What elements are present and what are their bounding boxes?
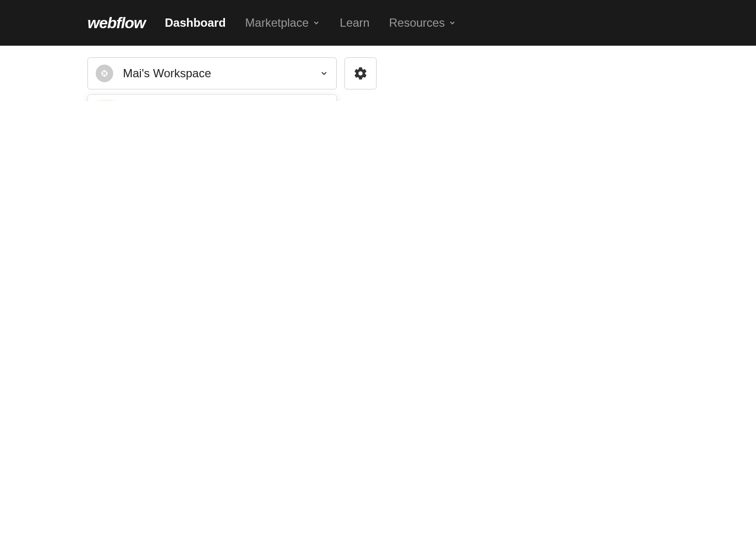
nav-label: Dashboard xyxy=(165,16,225,30)
nav-learn[interactable]: Learn xyxy=(340,16,369,30)
workspace-name: Mai's Workspace xyxy=(123,67,320,80)
chevron-down-icon xyxy=(320,69,328,78)
nav-resources[interactable]: Resources xyxy=(389,16,457,30)
nav-dashboard[interactable]: Dashboard xyxy=(165,16,225,30)
workspace-row: Mai's Workspace xyxy=(87,57,669,89)
workspace-dropdown: Mai's Workspace Create Workspace Manage … xyxy=(87,94,337,101)
nav-label: Learn xyxy=(340,16,369,30)
content-area: ce Mai's Workspace M xyxy=(0,46,756,101)
nav-marketplace[interactable]: Marketplace xyxy=(245,16,321,30)
workspace-selector[interactable]: Mai's Workspace xyxy=(87,57,337,89)
settings-button[interactable] xyxy=(344,57,377,89)
logo[interactable]: webflow xyxy=(87,14,145,32)
nav-label: Marketplace xyxy=(245,16,309,30)
nav-label: Resources xyxy=(389,16,445,30)
gear-icon xyxy=(353,66,368,81)
chevron-down-icon xyxy=(312,19,320,27)
workspace-option-blurred[interactable] xyxy=(88,95,336,101)
workspace-icon xyxy=(96,65,113,82)
chevron-down-icon xyxy=(448,19,456,27)
top-navigation: webflow Dashboard Marketplace Learn Reso… xyxy=(0,0,756,46)
